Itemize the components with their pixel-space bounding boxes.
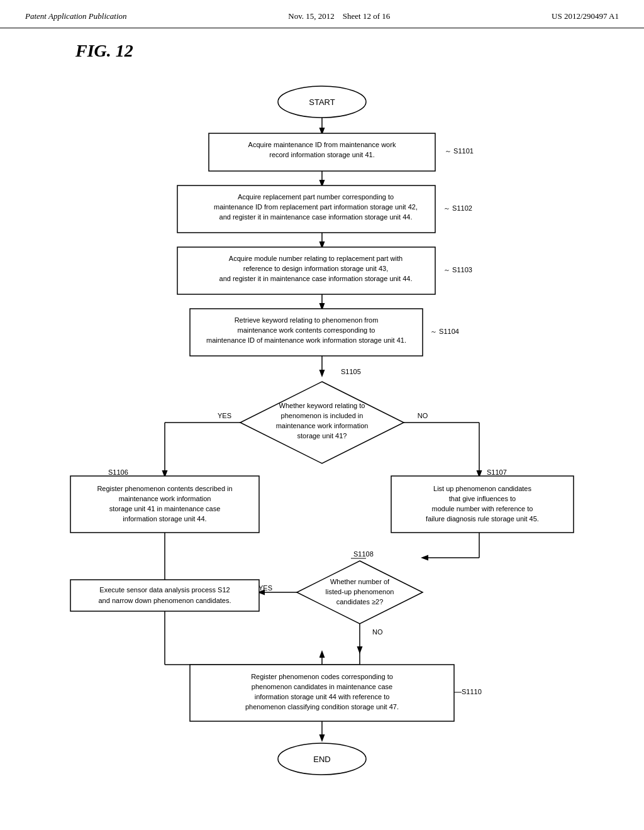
- svg-text:S1108: S1108: [353, 550, 374, 558]
- svg-text:listed-up phenomenon: listed-up phenomenon: [326, 588, 394, 595]
- svg-text:NO: NO: [372, 628, 383, 636]
- svg-text:Acquire maintenance ID from ma: Acquire maintenance ID from maintenance …: [248, 141, 396, 148]
- svg-text:Execute sensor data analysis p: Execute sensor data analysis process S12: [99, 586, 230, 594]
- svg-text:maintenance ID from replacemen: maintenance ID from replacement part inf…: [214, 203, 418, 211]
- diagram-area: FIG. 12 START Acquire maintenance ID fro…: [0, 28, 644, 803]
- svg-text:List up phenomenon candidates: List up phenomenon candidates: [433, 485, 531, 492]
- svg-text:～ S1103: ～ S1103: [443, 266, 472, 274]
- svg-text:record information storage uni: record information storage unit 41.: [269, 151, 375, 158]
- svg-text:that give influences to: that give influences to: [449, 495, 516, 502]
- svg-text:YES: YES: [218, 412, 231, 419]
- svg-text:Whether number of: Whether number of: [330, 578, 390, 585]
- svg-text:Acquire replacement part numbe: Acquire replacement part number correspo…: [238, 193, 394, 201]
- svg-text:phenomenon candidates in maint: phenomenon candidates in maintenance cas…: [252, 683, 392, 690]
- svg-text:module number with reference t: module number with reference to: [432, 505, 533, 512]
- svg-text:reference to design informatio: reference to design information storage …: [243, 265, 389, 272]
- svg-text:and register it in maintenance: and register it in maintenance case info…: [219, 275, 413, 282]
- svg-text:and register it in maintenance: and register it in maintenance case info…: [219, 213, 413, 221]
- header-publication: Patent Application Publication: [25, 11, 127, 21]
- svg-text:maintenance work information: maintenance work information: [276, 422, 369, 429]
- svg-text:S1107: S1107: [487, 468, 507, 476]
- svg-text:END: END: [313, 755, 330, 764]
- svg-text:～ S1101: ～ S1101: [445, 147, 474, 155]
- svg-text:storage unit 41 in maintenance: storage unit 41 in maintenance case: [109, 505, 221, 512]
- svg-text:START: START: [309, 97, 335, 107]
- svg-text:maintenance ID of maintenance : maintenance ID of maintenance work infor…: [206, 336, 406, 344]
- svg-text:maintenance work information: maintenance work information: [119, 495, 211, 502]
- svg-text:Whether keyword relating to: Whether keyword relating to: [279, 402, 365, 409]
- svg-text:Register phenomenon contents d: Register phenomenon contents described i…: [97, 485, 232, 492]
- svg-text:and narrow down phenomenon can: and narrow down phenomenon candidates.: [99, 597, 231, 604]
- svg-text:candidates ≥2?: candidates ≥2?: [336, 598, 384, 606]
- svg-text:maintenance work contents corr: maintenance work contents corresponding …: [238, 326, 375, 334]
- header-date-sheet: Nov. 15, 2012 Sheet 12 of 16: [288, 11, 390, 21]
- figure-title: FIG. 12: [75, 41, 133, 61]
- svg-text:～ S1104: ～ S1104: [430, 328, 459, 335]
- svg-text:information storage unit 44 wi: information storage unit 44 with referen…: [255, 693, 390, 700]
- svg-text:～ S1102: ～ S1102: [443, 204, 472, 212]
- svg-text:Acquire module number relating: Acquire module number relating to replac…: [229, 255, 402, 262]
- svg-text:Register phenomenon codes corr: Register phenomenon codes corresponding …: [251, 673, 393, 680]
- svg-text:failure diagnosis rule storage: failure diagnosis rule storage unit 45.: [426, 515, 539, 523]
- svg-text:YES: YES: [258, 584, 272, 592]
- svg-text:S1106: S1106: [108, 468, 128, 476]
- svg-rect-66: [70, 580, 259, 611]
- svg-text:phenomenon classifying conditi: phenomenon classifying condition storage…: [245, 703, 399, 711]
- page-header: Patent Application Publication Nov. 15, …: [0, 0, 644, 28]
- svg-text:S1110: S1110: [462, 688, 482, 695]
- svg-text:S1105: S1105: [341, 368, 361, 375]
- flowchart-container: START Acquire maintenance ID from mainte…: [25, 74, 619, 790]
- svg-text:storage unit 41?: storage unit 41?: [297, 432, 347, 440]
- svg-text:Retrieve keyword relating to p: Retrieve keyword relating to phenomenon …: [235, 316, 379, 324]
- header-patent-number: US 2012/290497 A1: [552, 11, 619, 21]
- svg-text:information storage unit 44.: information storage unit 44.: [123, 515, 206, 523]
- svg-text:NO: NO: [418, 412, 428, 419]
- svg-text:phenomenon is included in: phenomenon is included in: [281, 412, 364, 419]
